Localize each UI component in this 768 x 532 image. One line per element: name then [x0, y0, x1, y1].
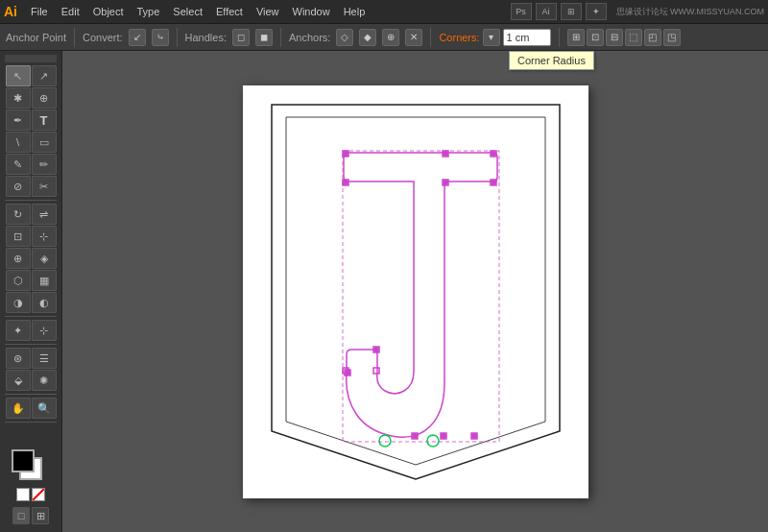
extra-icon-4[interactable]: ⬚: [625, 29, 642, 46]
extra-icon-3[interactable]: ⊟: [606, 29, 623, 46]
eraser-btn[interactable]: ⊘: [6, 176, 31, 197]
pin-icon[interactable]: ✦: [586, 3, 607, 20]
tool-row-6: ⊘ ✂: [6, 176, 57, 197]
extra-icons: ⊞ ⊡ ⊟ ⬚ ◰ ◳: [567, 29, 681, 46]
corners-input[interactable]: [503, 29, 551, 46]
tool-row-12: ✦ ⊹: [6, 320, 57, 341]
shear-btn[interactable]: ⊹: [32, 226, 57, 247]
zoom-btn[interactable]: 🔍: [32, 398, 57, 419]
sep3: [280, 28, 281, 47]
tool-row-3: ✒ T: [6, 109, 57, 131]
color-swatches: □ ⊞: [12, 449, 50, 524]
rotate-btn[interactable]: ↻: [6, 204, 31, 225]
menu-object[interactable]: Object: [87, 4, 130, 19]
extra-icon-6[interactable]: ◳: [663, 29, 681, 46]
sep5: [559, 28, 560, 47]
tool-row-4: \ ▭: [6, 132, 57, 153]
anchors-icon-3[interactable]: ⊕: [382, 29, 399, 46]
swap-colors[interactable]: [16, 488, 30, 501]
svg-point-17: [343, 180, 348, 185]
svg-point-18: [491, 180, 496, 185]
scale-btn[interactable]: ⊡: [6, 226, 31, 247]
tool-sep-4: [5, 394, 57, 395]
convert-icon-1[interactable]: ↙: [129, 29, 146, 46]
pencil-btn[interactable]: ✏: [32, 154, 57, 175]
foreground-color[interactable]: [12, 449, 35, 472]
anchors-icon-2[interactable]: ◆: [359, 29, 376, 46]
extra-icon-2[interactable]: ⊡: [587, 29, 604, 46]
svg-rect-11: [373, 368, 379, 374]
options-bar: Anchor Point Convert: ↙ ⤷ Handles: ◻ ◼ A…: [0, 24, 768, 51]
toolbar: ↖ ↗ ✱ ⊕ ✒ T \ ▭ ✎ ✏ ⊘ ✂ ↻ ⇌ ⊡ ⊹: [0, 51, 62, 532]
canvas-area: [62, 51, 768, 532]
direct-selection-tool-btn[interactable]: ↗: [32, 65, 57, 86]
menu-effect[interactable]: Effect: [210, 4, 249, 19]
gradient-btn[interactable]: ◑: [6, 292, 31, 313]
banner-svg: [243, 85, 588, 498]
tool-row-10: ⬡ ▦: [6, 270, 57, 291]
convert-icon-2[interactable]: ⤷: [152, 29, 169, 46]
tool-row-15: ✋ 🔍: [6, 398, 57, 419]
anchors-icon-1[interactable]: ◇: [336, 29, 353, 46]
perspective-btn[interactable]: ⬡: [6, 270, 31, 291]
menu-help[interactable]: Help: [338, 4, 372, 19]
pen-btn[interactable]: ✒: [6, 109, 31, 131]
selection-tool-btn[interactable]: ↖: [6, 65, 31, 86]
convert-label: Convert:: [83, 32, 123, 43]
menu-select[interactable]: Select: [167, 4, 208, 19]
corners-label: Corners:: [439, 32, 479, 43]
ai-icon[interactable]: Ai: [536, 3, 557, 20]
paintbucket-btn[interactable]: ⬙: [6, 370, 31, 391]
menu-type[interactable]: Type: [132, 4, 166, 19]
column-btn[interactable]: ☰: [32, 348, 57, 369]
svg-point-9: [427, 435, 439, 447]
corners-section: Corners: ▾: [439, 29, 550, 46]
tool-row-8: ⊡ ⊹: [6, 226, 57, 247]
eyedropper-btn[interactable]: ✦: [6, 320, 31, 341]
mesh-btn[interactable]: ▦: [32, 270, 57, 291]
app-logo: Ai: [4, 4, 17, 19]
ps-icon[interactable]: Ps: [511, 3, 532, 20]
rect-btn[interactable]: ▭: [32, 132, 57, 153]
gradient2-btn[interactable]: ◐: [32, 292, 57, 313]
extra-icon-5[interactable]: ◰: [644, 29, 661, 46]
main-area: ↖ ↗ ✱ ⊕ ✒ T \ ▭ ✎ ✏ ⊘ ✂ ↻ ⇌ ⊡ ⊹: [0, 51, 768, 532]
hand-btn[interactable]: ✋: [6, 398, 31, 419]
tool-row-11: ◑ ◐: [6, 292, 57, 313]
anchors-icon-4[interactable]: ✕: [405, 29, 422, 46]
flare-btn[interactable]: ✺: [32, 370, 57, 391]
anchor-point-label: Anchor Point: [6, 32, 66, 43]
blend-btn[interactable]: ⊕: [6, 248, 31, 269]
tool-row-7: ↻ ⇌: [6, 204, 57, 225]
menu-view[interactable]: View: [251, 4, 285, 19]
corners-dropdown-icon[interactable]: ▾: [483, 29, 500, 46]
line-btn[interactable]: \: [6, 132, 31, 153]
corner-radius-tooltip: Corner Radius: [509, 51, 594, 70]
normal-mode-btn[interactable]: □: [12, 507, 30, 524]
type-btn[interactable]: T: [32, 109, 57, 131]
menu-file[interactable]: File: [25, 4, 54, 19]
brush-btn[interactable]: ✎: [6, 154, 31, 175]
svg-point-15: [343, 151, 348, 157]
svg-point-16: [491, 151, 496, 157]
menu-edit[interactable]: Edit: [56, 4, 85, 19]
tool-sep-2: [5, 316, 57, 317]
envelope-btn[interactable]: ◈: [32, 248, 57, 269]
reflect-btn[interactable]: ⇌: [32, 204, 57, 225]
measure-btn[interactable]: ⊹: [32, 320, 57, 341]
lasso-btn[interactable]: ⊕: [32, 87, 57, 109]
extra-icon-1[interactable]: ⊞: [567, 29, 585, 46]
handles-icon-2[interactable]: ◼: [255, 29, 273, 46]
svg-point-24: [441, 433, 446, 439]
magic-wand-btn[interactable]: ✱: [6, 87, 31, 109]
symbol-btn[interactable]: ⊛: [6, 348, 31, 369]
color-squares[interactable]: [12, 449, 50, 484]
menu-window[interactable]: Window: [287, 4, 336, 19]
svg-point-19: [443, 151, 448, 157]
fullscreen-btn[interactable]: ⊞: [32, 507, 49, 524]
scissors-btn[interactable]: ✂: [32, 176, 57, 197]
grid-icon[interactable]: ⊞: [561, 3, 582, 20]
handles-icon-1[interactable]: ◻: [232, 29, 250, 46]
default-colors[interactable]: [32, 488, 45, 501]
tool-sep-3: [5, 344, 57, 345]
